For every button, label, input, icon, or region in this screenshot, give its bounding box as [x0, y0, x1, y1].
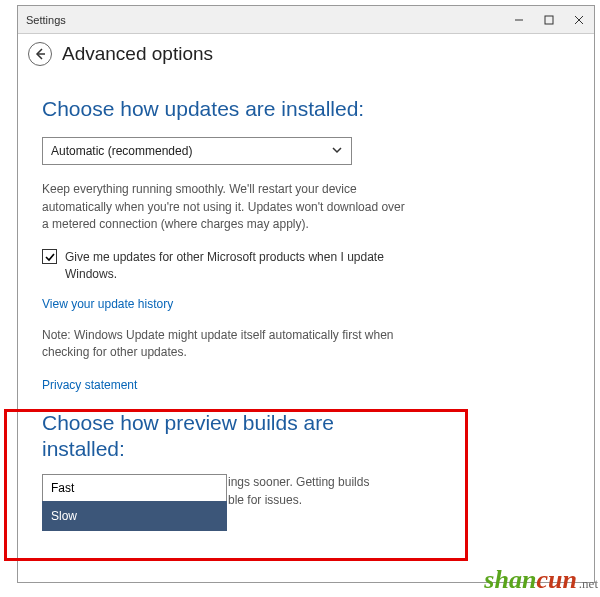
update-mode-value: Automatic (recommended) — [51, 144, 192, 158]
chevron-down-icon — [331, 144, 343, 159]
back-button[interactable] — [28, 42, 52, 66]
watermark: shancun.net — [484, 565, 598, 595]
preview-option-fast[interactable]: Fast — [42, 474, 227, 501]
other-products-checkbox[interactable] — [42, 249, 57, 264]
updates-note: Note: Windows Update might update itself… — [42, 327, 412, 362]
preview-description-partial: ings sooner. Getting builds ble for issu… — [228, 474, 408, 509]
privacy-link[interactable]: Privacy statement — [42, 378, 570, 392]
page-title: Advanced options — [62, 43, 213, 65]
close-button[interactable] — [564, 6, 594, 34]
update-history-link[interactable]: View your update history — [42, 297, 570, 311]
minimize-button[interactable] — [504, 6, 534, 34]
svg-rect-1 — [545, 16, 553, 24]
updates-description: Keep everything running smoothly. We'll … — [42, 181, 412, 233]
other-products-label: Give me updates for other Microsoft prod… — [65, 249, 412, 283]
preview-option-slow[interactable]: Slow — [42, 501, 227, 531]
preview-heading: Choose how preview builds are installed: — [42, 410, 342, 463]
preview-ring-dropdown[interactable]: Fast Slow — [42, 474, 227, 531]
updates-heading: Choose how updates are installed: — [42, 96, 570, 121]
maximize-button[interactable] — [534, 6, 564, 34]
window-title: Settings — [26, 14, 504, 26]
update-mode-dropdown[interactable]: Automatic (recommended) — [42, 137, 352, 165]
